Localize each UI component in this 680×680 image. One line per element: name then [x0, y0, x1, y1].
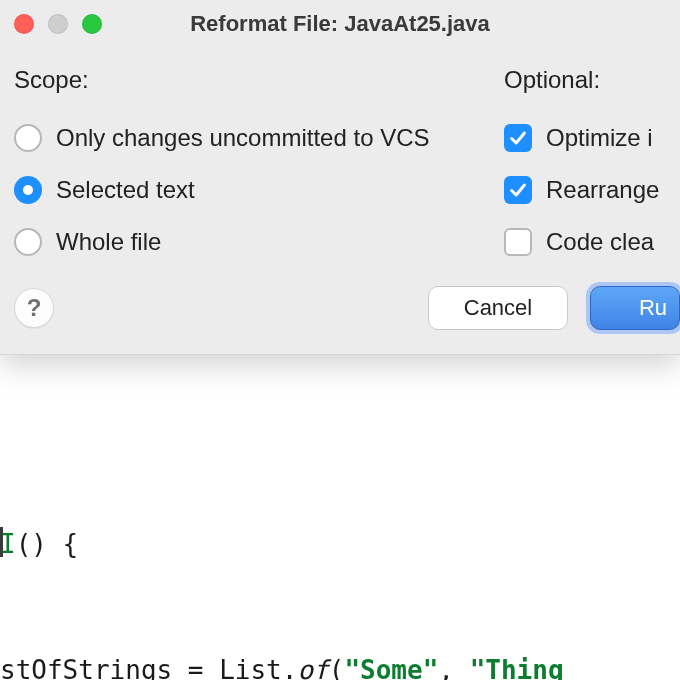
dialog-titlebar: Reformat File: JavaAt25.java	[0, 0, 680, 48]
scope-label: Scope:	[14, 66, 504, 94]
radio-icon[interactable]	[14, 228, 42, 256]
dialog-body: Scope: Only changes uncommitted to VCS S…	[0, 48, 680, 268]
checkbox-checked-icon[interactable]	[504, 124, 532, 152]
run-button[interactable]: Ru	[590, 286, 680, 330]
dialog-footer: ? Cancel Ru	[0, 268, 680, 330]
code-line: I() {	[0, 523, 680, 565]
scope-option-selected-text[interactable]: Selected text	[14, 164, 504, 216]
optional-label: Optional:	[504, 66, 680, 94]
scope-option-label: Only changes uncommitted to VCS	[56, 124, 430, 152]
checkbox-icon[interactable]	[504, 228, 532, 256]
scope-section: Scope: Only changes uncommitted to VCS S…	[14, 66, 504, 268]
checkbox-checked-icon[interactable]	[504, 176, 532, 204]
close-window-icon[interactable]	[14, 14, 34, 34]
zoom-window-icon[interactable]	[82, 14, 102, 34]
optional-option-label: Optimize i	[546, 124, 653, 152]
optional-optimize-imports[interactable]: Optimize i	[504, 112, 680, 164]
optional-option-label: Rearrange	[546, 176, 659, 204]
scope-option-whole-file[interactable]: Whole file	[14, 216, 504, 268]
optional-code-cleanup[interactable]: Code clea	[504, 216, 680, 268]
cancel-button[interactable]: Cancel	[428, 286, 568, 330]
scope-option-vcs[interactable]: Only changes uncommitted to VCS	[14, 112, 504, 164]
reformat-file-dialog: Reformat File: JavaAt25.java Scope: Only…	[0, 0, 680, 355]
radio-icon[interactable]	[14, 124, 42, 152]
radio-selected-icon[interactable]	[14, 176, 42, 204]
dialog-title: Reformat File: JavaAt25.java	[190, 11, 490, 37]
window-controls	[14, 14, 102, 34]
optional-section: Optional: Optimize i Rearrange Code clea	[504, 66, 680, 268]
scope-option-label: Selected text	[56, 176, 195, 204]
optional-option-label: Code clea	[546, 228, 654, 256]
help-button[interactable]: ?	[14, 288, 54, 328]
optional-rearrange[interactable]: Rearrange	[504, 164, 680, 216]
scope-option-label: Whole file	[56, 228, 161, 256]
minimize-window-icon	[48, 14, 68, 34]
code-line: stOfStrings = List.of("Some", "Thing	[0, 649, 680, 680]
code-editor[interactable]: I() { stOfStrings = List.of("Some", "Thi…	[0, 355, 680, 680]
